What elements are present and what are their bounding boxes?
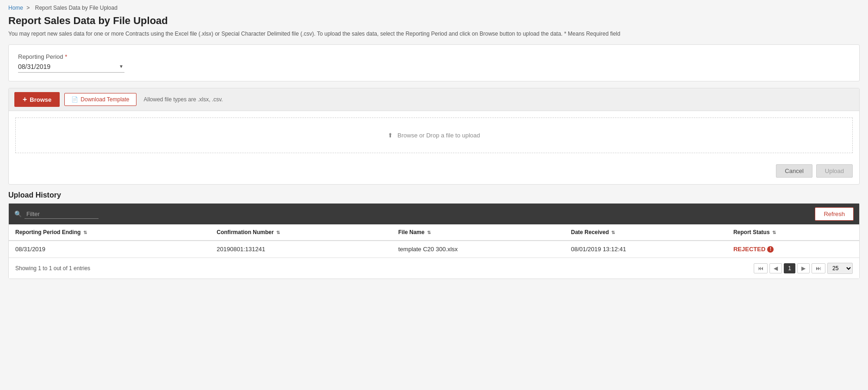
status-badge: REJECTED ! — [733, 246, 853, 253]
pagination-controls: ⏮ ◀ 1 ▶ ⏭ 10 25 50 100 — [754, 263, 853, 274]
filter-input-wrapper: 🔍 — [14, 210, 99, 219]
upload-history-title: Upload History — [8, 191, 860, 199]
pagination-bar: Showing 1 to 1 out of 1 entries ⏮ ◀ 1 ▶ … — [9, 258, 859, 279]
page-size-select[interactable]: 10 25 50 100 — [827, 263, 853, 274]
breadcrumb-home[interactable]: Home — [8, 5, 23, 11]
upload-button[interactable]: Upload — [816, 164, 853, 178]
sort-icon: ⇅ — [772, 230, 776, 235]
col-header-report-status[interactable]: Report Status ⇅ — [727, 224, 859, 241]
history-table-body: 08/31/201920190801:131241template C20 30… — [9, 241, 859, 258]
cell-file-name: template C20 300.xlsx — [392, 241, 564, 258]
col-header-file-name[interactable]: File Name ⇅ — [392, 224, 564, 241]
refresh-button[interactable]: Refresh — [815, 207, 854, 221]
sort-icon: ⇅ — [276, 230, 280, 235]
allowed-types-text: Allowed file types are .xlsx, .csv. — [144, 96, 223, 103]
file-icon: 📄 — [71, 96, 78, 103]
cell-confirmation-number: 20190801:131241 — [210, 241, 391, 258]
showing-text: Showing 1 to 1 out of 1 entries — [15, 265, 90, 272]
breadcrumb-separator: > — [26, 5, 30, 11]
prev-page-button[interactable]: ◀ — [769, 263, 782, 273]
breadcrumb: Home > Report Sales Data by File Upload — [8, 5, 860, 11]
cell-report-status: REJECTED ! — [727, 241, 859, 258]
cell-reporting-period-ending: 08/31/2019 — [9, 241, 210, 258]
info-icon: ! — [767, 246, 774, 253]
table-row: 08/31/201920190801:131241template C20 30… — [9, 241, 859, 258]
reporting-period-value: 08/31/2019 — [18, 63, 60, 70]
filter-input[interactable] — [25, 210, 99, 219]
reporting-period-label: Reporting Period * — [18, 53, 850, 60]
history-table-wrapper: Reporting Period Ending ⇅ Confirmation N… — [9, 224, 859, 258]
history-table-header: Reporting Period Ending ⇅ Confirmation N… — [9, 224, 859, 241]
cancel-button[interactable]: Cancel — [776, 164, 812, 178]
drop-zone-text: Browse or Drop a file to upload — [397, 132, 480, 139]
history-table: Reporting Period Ending ⇅ Confirmation N… — [9, 224, 859, 258]
required-marker: * — [65, 53, 67, 60]
reporting-period-select[interactable]: 08/31/2019 ▼ — [18, 63, 124, 73]
reporting-period-card: Reporting Period * 08/31/2019 ▼ — [8, 44, 860, 81]
breadcrumb-current: Report Sales Data by File Upload — [35, 5, 118, 11]
filter-toolbar: 🔍 Refresh — [9, 204, 859, 224]
upload-icon: ⬆ — [388, 132, 393, 139]
search-icon: 🔍 — [14, 210, 22, 217]
upload-card: + Browse 📄 Download Template Allowed fil… — [8, 88, 860, 185]
current-page-button[interactable]: 1 — [784, 263, 795, 273]
dropdown-arrow-icon: ▼ — [119, 64, 124, 69]
next-page-button[interactable]: ▶ — [797, 263, 810, 273]
col-header-confirmation-number[interactable]: Confirmation Number ⇅ — [210, 224, 391, 241]
browse-button[interactable]: + Browse — [14, 92, 60, 107]
sort-icon: ⇅ — [427, 230, 431, 235]
sort-icon: ⇅ — [611, 230, 615, 235]
col-header-date-received[interactable]: Date Received ⇅ — [564, 224, 727, 241]
last-page-button[interactable]: ⏭ — [812, 263, 825, 273]
first-page-button[interactable]: ⏮ — [754, 263, 768, 273]
history-card: 🔍 Refresh Reporting Period Ending ⇅ — [8, 203, 860, 279]
cell-date-received: 08/01/2019 13:12:41 — [564, 241, 727, 258]
page-wrapper: Home > Report Sales Data by File Upload … — [0, 0, 868, 390]
page-title: Report Sales Data by File Upload — [8, 15, 860, 27]
download-template-button[interactable]: 📄 Download Template — [64, 93, 136, 106]
page-description: You may report new sales data for one or… — [8, 30, 860, 38]
upload-actions: Cancel Upload — [9, 160, 859, 184]
upload-toolbar: + Browse 📄 Download Template Allowed fil… — [9, 88, 859, 111]
drop-zone[interactable]: ⬆ Browse or Drop a file to upload — [15, 118, 853, 153]
plus-icon: + — [23, 95, 27, 104]
col-header-reporting-period[interactable]: Reporting Period Ending ⇅ — [9, 224, 210, 241]
sort-icon: ⇅ — [83, 230, 87, 235]
upload-history-section: Upload History 🔍 Refresh Reporting Perio… — [8, 191, 860, 279]
